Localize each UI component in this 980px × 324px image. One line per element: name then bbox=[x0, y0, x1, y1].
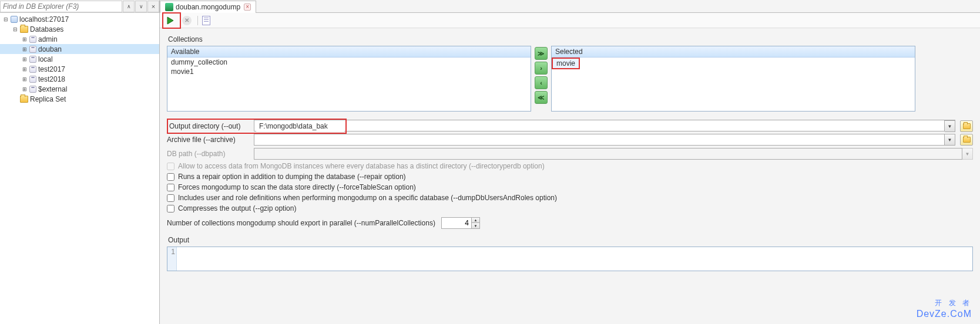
tree-host[interactable]: ⊟ localhost:27017 bbox=[0, 14, 159, 24]
expand-icon[interactable]: ⊞ bbox=[21, 36, 28, 43]
database-icon bbox=[29, 56, 36, 63]
run-button[interactable] bbox=[165, 15, 176, 26]
svg-marker-0 bbox=[167, 17, 173, 24]
tree-db-douban[interactable]: ⊞douban bbox=[0, 44, 159, 54]
expand-icon[interactable]: ⊞ bbox=[21, 66, 28, 73]
tree-db-local[interactable]: ⊞local bbox=[0, 54, 159, 64]
gzip-checkbox[interactable] bbox=[167, 205, 174, 212]
tree-db-admin[interactable]: ⊞admin bbox=[0, 34, 159, 44]
db-tree[interactable]: ⊟ localhost:27017 ⊟ Databases ⊞admin⊞dou… bbox=[0, 13, 159, 324]
parallel-row: Number of collections mongodump should e… bbox=[167, 217, 973, 229]
archive-browse-button[interactable] bbox=[960, 134, 973, 146]
output-dir-value-preview: F:\mongodb\data_bak bbox=[256, 121, 344, 131]
stop-button[interactable]: ✕ bbox=[181, 15, 193, 26]
expand-icon[interactable]: ⊞ bbox=[21, 76, 28, 83]
tree-databases[interactable]: ⊟ Databases bbox=[0, 24, 159, 34]
output-dir-dropdown[interactable]: ▼ bbox=[945, 120, 955, 132]
dbpath-row: DB path (--dbpath) ▼ bbox=[167, 148, 973, 160]
forcetablescan-label: Forces mongodump to scan the data store … bbox=[178, 183, 416, 191]
collapse-icon[interactable]: ⊟ bbox=[2, 16, 9, 23]
available-item[interactable]: dummy_collection bbox=[167, 58, 531, 67]
toolbar-separator bbox=[197, 16, 198, 25]
expand-icon[interactable] bbox=[12, 96, 19, 103]
forcetablescan-checkbox[interactable] bbox=[167, 184, 174, 191]
spinner-down[interactable]: ▼ bbox=[471, 223, 479, 228]
collapse-icon[interactable]: ⊟ bbox=[12, 26, 19, 33]
archive-row: Archive file (--archive) ▼ bbox=[167, 134, 973, 146]
editor-tabs: douban.mongodump × bbox=[160, 0, 980, 13]
available-item[interactable]: movie1 bbox=[167, 67, 531, 76]
expand-icon[interactable]: ⊞ bbox=[21, 46, 28, 53]
check-forcetablescan[interactable]: Forces mongodump to scan the data store … bbox=[167, 183, 973, 191]
check-gzip[interactable]: Compresses the output (--gzip option) bbox=[167, 204, 973, 212]
find-next-button[interactable]: ∨ bbox=[135, 1, 147, 12]
parallel-input[interactable] bbox=[442, 218, 471, 228]
editor-toolbar: ✕ bbox=[160, 13, 980, 28]
expand-icon[interactable]: ⊞ bbox=[21, 86, 28, 93]
database-icon bbox=[29, 46, 36, 53]
dbpath-dropdown: ▼ bbox=[962, 148, 973, 160]
selected-item[interactable]: movie bbox=[553, 59, 579, 68]
db-label: test2018 bbox=[38, 75, 65, 83]
check-repair[interactable]: Runs a repair option in addition to dump… bbox=[167, 173, 973, 181]
folder-icon bbox=[20, 96, 28, 103]
parallel-label: Number of collections mongodump should e… bbox=[167, 219, 435, 227]
database-icon bbox=[29, 76, 36, 83]
output-body bbox=[167, 247, 972, 248]
add-all-button[interactable]: ≫ bbox=[535, 47, 548, 60]
folder-icon bbox=[963, 137, 971, 143]
tab-close-icon[interactable]: × bbox=[244, 4, 251, 11]
tree-replica-set[interactable]: Replica Set bbox=[0, 94, 159, 104]
tree-db-external[interactable]: ⊞$external bbox=[0, 84, 159, 94]
directoryperdb-label: Allow to access data from MongoDB instan… bbox=[178, 162, 545, 170]
transfer-buttons: ≫ › ‹ ≪ bbox=[535, 46, 548, 112]
db-explorer-panel: ∧ ∨ × ⊟ localhost:27017 ⊟ Databases ⊞adm… bbox=[0, 0, 160, 324]
output-dir-browse-button[interactable] bbox=[960, 120, 973, 132]
repair-checkbox[interactable] bbox=[167, 173, 174, 181]
output-label: Output bbox=[168, 236, 972, 244]
archive-input[interactable] bbox=[254, 134, 945, 146]
db-label: douban bbox=[38, 45, 62, 53]
output-gutter: 1 bbox=[167, 247, 177, 271]
repair-label: Runs a repair option in addition to dump… bbox=[178, 173, 406, 181]
find-input[interactable] bbox=[0, 1, 122, 12]
tab-mongodump[interactable]: douban.mongodump × bbox=[160, 1, 256, 13]
gzip-label: Compresses the output (--gzip option) bbox=[178, 204, 296, 212]
db-label: local bbox=[38, 55, 53, 63]
output-console[interactable]: 1 bbox=[167, 247, 973, 271]
remove-button[interactable]: ‹ bbox=[535, 76, 548, 89]
expand-icon[interactable]: ⊞ bbox=[21, 56, 28, 63]
databases-label: Databases bbox=[30, 25, 63, 33]
archive-label: Archive file (--archive) bbox=[167, 136, 249, 144]
tree-db-test2018[interactable]: ⊞test2018 bbox=[0, 74, 159, 84]
output-dir-row: Output directory (--out) F:\mongodb\data… bbox=[167, 119, 973, 134]
remove-all-button[interactable]: ≪ bbox=[535, 91, 548, 104]
tree-db-test2017[interactable]: ⊞test2017 bbox=[0, 64, 159, 74]
host-icon bbox=[11, 16, 18, 23]
folder-icon bbox=[20, 26, 28, 33]
available-header: Available bbox=[167, 46, 531, 58]
replica-label: Replica Set bbox=[30, 95, 66, 103]
database-icon bbox=[29, 36, 36, 43]
mongodump-form: Collections Available dummy_collectionmo… bbox=[160, 28, 980, 324]
find-bar: ∧ ∨ × bbox=[0, 0, 159, 13]
archive-dropdown[interactable]: ▼ bbox=[945, 134, 955, 146]
document-button[interactable] bbox=[200, 15, 212, 26]
spinner-up[interactable]: ▲ bbox=[471, 218, 479, 223]
find-close-button[interactable]: × bbox=[147, 1, 159, 12]
stop-icon: ✕ bbox=[182, 16, 192, 25]
db-label: admin bbox=[38, 35, 58, 43]
parallel-spinner[interactable]: ▲ ▼ bbox=[441, 217, 480, 229]
selected-listbox[interactable]: Selected movie bbox=[551, 46, 915, 112]
selected-header: Selected bbox=[552, 46, 915, 58]
add-button[interactable]: › bbox=[535, 62, 548, 75]
database-icon bbox=[29, 86, 36, 93]
dumpusers-checkbox[interactable] bbox=[167, 194, 174, 202]
db-label: test2017 bbox=[38, 65, 65, 73]
database-icon bbox=[29, 66, 36, 73]
collections-label: Collections bbox=[168, 35, 972, 43]
find-prev-button[interactable]: ∧ bbox=[123, 1, 135, 12]
check-directoryperdb: Allow to access data from MongoDB instan… bbox=[167, 162, 973, 170]
available-listbox[interactable]: Available dummy_collectionmovie1 bbox=[167, 46, 531, 112]
check-dumpusers[interactable]: Includes user and role definitions when … bbox=[167, 194, 973, 202]
